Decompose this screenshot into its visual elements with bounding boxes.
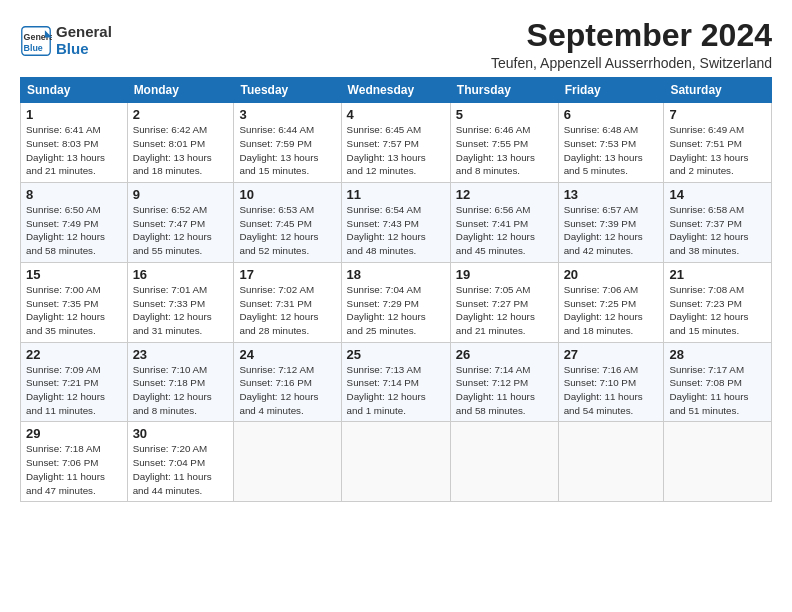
day-number: 27 xyxy=(564,347,659,362)
calendar: SundayMondayTuesdayWednesdayThursdayFrid… xyxy=(20,77,772,502)
calendar-cell: 18Sunrise: 7:04 AMSunset: 7:29 PMDayligh… xyxy=(341,262,450,342)
calendar-cell: 1Sunrise: 6:41 AMSunset: 8:03 PMDaylight… xyxy=(21,103,128,183)
day-info: Sunrise: 6:41 AMSunset: 8:03 PMDaylight:… xyxy=(26,123,122,178)
day-info: Sunrise: 7:20 AMSunset: 7:04 PMDaylight:… xyxy=(133,442,229,497)
day-number: 26 xyxy=(456,347,553,362)
calendar-cell: 13Sunrise: 6:57 AMSunset: 7:39 PMDayligh… xyxy=(558,183,664,263)
col-header-wednesday: Wednesday xyxy=(341,78,450,103)
calendar-cell xyxy=(341,422,450,502)
day-info: Sunrise: 7:18 AMSunset: 7:06 PMDaylight:… xyxy=(26,442,122,497)
day-number: 17 xyxy=(239,267,335,282)
col-header-tuesday: Tuesday xyxy=(234,78,341,103)
calendar-cell: 25Sunrise: 7:13 AMSunset: 7:14 PMDayligh… xyxy=(341,342,450,422)
calendar-cell: 17Sunrise: 7:02 AMSunset: 7:31 PMDayligh… xyxy=(234,262,341,342)
logo-line2: Blue xyxy=(56,40,89,57)
calendar-cell: 3Sunrise: 6:44 AMSunset: 7:59 PMDaylight… xyxy=(234,103,341,183)
logo: General Blue General Blue xyxy=(20,24,112,57)
day-number: 7 xyxy=(669,107,766,122)
calendar-cell: 7Sunrise: 6:49 AMSunset: 7:51 PMDaylight… xyxy=(664,103,772,183)
calendar-cell: 2Sunrise: 6:42 AMSunset: 8:01 PMDaylight… xyxy=(127,103,234,183)
week-row-4: 22Sunrise: 7:09 AMSunset: 7:21 PMDayligh… xyxy=(21,342,772,422)
day-number: 6 xyxy=(564,107,659,122)
day-number: 20 xyxy=(564,267,659,282)
col-header-thursday: Thursday xyxy=(450,78,558,103)
calendar-cell: 27Sunrise: 7:16 AMSunset: 7:10 PMDayligh… xyxy=(558,342,664,422)
calendar-cell: 9Sunrise: 6:52 AMSunset: 7:47 PMDaylight… xyxy=(127,183,234,263)
day-info: Sunrise: 7:05 AMSunset: 7:27 PMDaylight:… xyxy=(456,283,553,338)
calendar-cell xyxy=(234,422,341,502)
day-info: Sunrise: 6:56 AMSunset: 7:41 PMDaylight:… xyxy=(456,203,553,258)
calendar-cell xyxy=(558,422,664,502)
day-info: Sunrise: 7:02 AMSunset: 7:31 PMDaylight:… xyxy=(239,283,335,338)
day-info: Sunrise: 6:54 AMSunset: 7:43 PMDaylight:… xyxy=(347,203,445,258)
day-number: 5 xyxy=(456,107,553,122)
day-info: Sunrise: 6:48 AMSunset: 7:53 PMDaylight:… xyxy=(564,123,659,178)
day-info: Sunrise: 7:00 AMSunset: 7:35 PMDaylight:… xyxy=(26,283,122,338)
day-info: Sunrise: 7:16 AMSunset: 7:10 PMDaylight:… xyxy=(564,363,659,418)
day-number: 24 xyxy=(239,347,335,362)
calendar-cell: 20Sunrise: 7:06 AMSunset: 7:25 PMDayligh… xyxy=(558,262,664,342)
calendar-cell: 4Sunrise: 6:45 AMSunset: 7:57 PMDaylight… xyxy=(341,103,450,183)
day-number: 13 xyxy=(564,187,659,202)
day-number: 28 xyxy=(669,347,766,362)
day-info: Sunrise: 6:42 AMSunset: 8:01 PMDaylight:… xyxy=(133,123,229,178)
calendar-cell: 6Sunrise: 6:48 AMSunset: 7:53 PMDaylight… xyxy=(558,103,664,183)
calendar-cell: 11Sunrise: 6:54 AMSunset: 7:43 PMDayligh… xyxy=(341,183,450,263)
calendar-cell: 15Sunrise: 7:00 AMSunset: 7:35 PMDayligh… xyxy=(21,262,128,342)
day-number: 3 xyxy=(239,107,335,122)
calendar-cell: 12Sunrise: 6:56 AMSunset: 7:41 PMDayligh… xyxy=(450,183,558,263)
calendar-cell: 14Sunrise: 6:58 AMSunset: 7:37 PMDayligh… xyxy=(664,183,772,263)
col-header-monday: Monday xyxy=(127,78,234,103)
day-number: 9 xyxy=(133,187,229,202)
week-row-5: 29Sunrise: 7:18 AMSunset: 7:06 PMDayligh… xyxy=(21,422,772,502)
day-number: 8 xyxy=(26,187,122,202)
col-header-sunday: Sunday xyxy=(21,78,128,103)
calendar-cell: 19Sunrise: 7:05 AMSunset: 7:27 PMDayligh… xyxy=(450,262,558,342)
calendar-cell: 29Sunrise: 7:18 AMSunset: 7:06 PMDayligh… xyxy=(21,422,128,502)
day-info: Sunrise: 6:49 AMSunset: 7:51 PMDaylight:… xyxy=(669,123,766,178)
day-number: 30 xyxy=(133,426,229,441)
title-area: September 2024 Teufen, Appenzell Ausserr… xyxy=(491,18,772,71)
col-header-saturday: Saturday xyxy=(664,78,772,103)
calendar-cell: 23Sunrise: 7:10 AMSunset: 7:18 PMDayligh… xyxy=(127,342,234,422)
day-number: 11 xyxy=(347,187,445,202)
day-info: Sunrise: 6:45 AMSunset: 7:57 PMDaylight:… xyxy=(347,123,445,178)
day-number: 29 xyxy=(26,426,122,441)
day-number: 19 xyxy=(456,267,553,282)
calendar-cell: 16Sunrise: 7:01 AMSunset: 7:33 PMDayligh… xyxy=(127,262,234,342)
day-info: Sunrise: 6:50 AMSunset: 7:49 PMDaylight:… xyxy=(26,203,122,258)
header-row: SundayMondayTuesdayWednesdayThursdayFrid… xyxy=(21,78,772,103)
calendar-cell: 8Sunrise: 6:50 AMSunset: 7:49 PMDaylight… xyxy=(21,183,128,263)
logo-text: General Blue xyxy=(56,24,112,57)
day-number: 12 xyxy=(456,187,553,202)
day-info: Sunrise: 6:53 AMSunset: 7:45 PMDaylight:… xyxy=(239,203,335,258)
col-header-friday: Friday xyxy=(558,78,664,103)
day-info: Sunrise: 7:10 AMSunset: 7:18 PMDaylight:… xyxy=(133,363,229,418)
svg-text:Blue: Blue xyxy=(24,42,43,52)
calendar-cell: 10Sunrise: 6:53 AMSunset: 7:45 PMDayligh… xyxy=(234,183,341,263)
day-number: 14 xyxy=(669,187,766,202)
logo-line1: General xyxy=(56,24,112,41)
day-info: Sunrise: 7:13 AMSunset: 7:14 PMDaylight:… xyxy=(347,363,445,418)
calendar-cell xyxy=(664,422,772,502)
day-number: 21 xyxy=(669,267,766,282)
day-number: 10 xyxy=(239,187,335,202)
day-number: 16 xyxy=(133,267,229,282)
day-info: Sunrise: 7:09 AMSunset: 7:21 PMDaylight:… xyxy=(26,363,122,418)
day-info: Sunrise: 7:08 AMSunset: 7:23 PMDaylight:… xyxy=(669,283,766,338)
day-number: 18 xyxy=(347,267,445,282)
logo-icon: General Blue xyxy=(20,25,52,57)
header: General Blue General Blue September 2024… xyxy=(20,18,772,71)
day-number: 23 xyxy=(133,347,229,362)
day-info: Sunrise: 6:57 AMSunset: 7:39 PMDaylight:… xyxy=(564,203,659,258)
week-row-2: 8Sunrise: 6:50 AMSunset: 7:49 PMDaylight… xyxy=(21,183,772,263)
calendar-cell xyxy=(450,422,558,502)
day-info: Sunrise: 7:12 AMSunset: 7:16 PMDaylight:… xyxy=(239,363,335,418)
location-title: Teufen, Appenzell Ausserrhoden, Switzerl… xyxy=(491,55,772,71)
day-info: Sunrise: 7:14 AMSunset: 7:12 PMDaylight:… xyxy=(456,363,553,418)
page: General Blue General Blue September 2024… xyxy=(0,0,792,512)
day-info: Sunrise: 7:04 AMSunset: 7:29 PMDaylight:… xyxy=(347,283,445,338)
day-info: Sunrise: 7:01 AMSunset: 7:33 PMDaylight:… xyxy=(133,283,229,338)
day-number: 2 xyxy=(133,107,229,122)
day-number: 22 xyxy=(26,347,122,362)
